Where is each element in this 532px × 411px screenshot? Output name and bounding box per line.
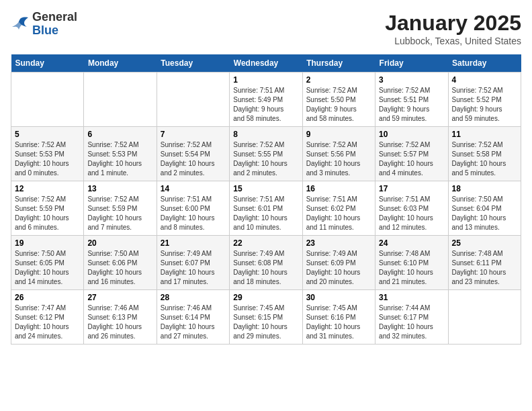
day-info: Sunrise: 7:52 AMSunset: 5:51 PMDaylight:… xyxy=(379,86,444,124)
day-number: 2 xyxy=(306,75,371,85)
logo-icon xyxy=(11,15,30,34)
day-info: Sunrise: 7:52 AMSunset: 5:55 PMDaylight:… xyxy=(233,140,298,178)
calendar-cell: 5Sunrise: 7:52 AMSunset: 5:53 PMDaylight… xyxy=(11,127,84,181)
day-info: Sunrise: 7:52 AMSunset: 5:58 PMDaylight:… xyxy=(452,140,517,178)
day-number: 17 xyxy=(379,184,444,193)
calendar-cell: 13Sunrise: 7:52 AMSunset: 5:59 PMDayligh… xyxy=(84,181,157,236)
day-info: Sunrise: 7:45 AMSunset: 6:16 PMDaylight:… xyxy=(306,304,371,341)
header-row: SundayMondayTuesdayWednesdayThursdayFrid… xyxy=(11,54,521,73)
calendar-cell: 4Sunrise: 7:52 AMSunset: 5:52 PMDaylight… xyxy=(448,73,521,127)
week-row-4: 19Sunrise: 7:50 AMSunset: 6:05 PMDayligh… xyxy=(11,236,521,290)
day-info: Sunrise: 7:47 AMSunset: 6:12 PMDaylight:… xyxy=(15,304,80,341)
day-info: Sunrise: 7:52 AMSunset: 5:59 PMDaylight:… xyxy=(15,195,80,232)
calendar-cell: 3Sunrise: 7:52 AMSunset: 5:51 PMDaylight… xyxy=(375,73,448,127)
day-info: Sunrise: 7:49 AMSunset: 6:08 PMDaylight:… xyxy=(233,249,298,287)
calendar-cell: 15Sunrise: 7:51 AMSunset: 6:01 PMDayligh… xyxy=(230,181,302,236)
day-number: 31 xyxy=(379,293,444,302)
calendar-cell xyxy=(157,73,229,127)
day-number: 28 xyxy=(161,293,226,302)
calendar-cell: 20Sunrise: 7:50 AMSunset: 6:06 PMDayligh… xyxy=(84,236,157,290)
calendar-cell: 9Sunrise: 7:52 AMSunset: 5:56 PMDaylight… xyxy=(302,127,375,181)
day-number: 6 xyxy=(87,130,152,139)
day-info: Sunrise: 7:51 AMSunset: 6:03 PMDaylight:… xyxy=(379,195,444,232)
day-number: 29 xyxy=(233,293,298,302)
calendar-cell xyxy=(84,73,157,127)
calendar-cell: 2Sunrise: 7:52 AMSunset: 5:50 PMDaylight… xyxy=(302,73,375,127)
calendar-cell: 25Sunrise: 7:48 AMSunset: 6:11 PMDayligh… xyxy=(448,236,521,290)
calendar-cell: 24Sunrise: 7:48 AMSunset: 6:10 PMDayligh… xyxy=(375,236,448,290)
day-info: Sunrise: 7:51 AMSunset: 6:02 PMDaylight:… xyxy=(306,195,371,232)
header-tuesday: Tuesday xyxy=(157,54,229,73)
week-row-1: 1Sunrise: 7:51 AMSunset: 5:49 PMDaylight… xyxy=(11,73,521,127)
calendar-cell: 30Sunrise: 7:45 AMSunset: 6:16 PMDayligh… xyxy=(302,290,375,345)
day-info: Sunrise: 7:49 AMSunset: 6:07 PMDaylight:… xyxy=(161,249,226,287)
calendar-cell: 18Sunrise: 7:50 AMSunset: 6:04 PMDayligh… xyxy=(448,181,521,236)
day-number: 24 xyxy=(379,238,444,248)
day-info: Sunrise: 7:52 AMSunset: 5:56 PMDaylight:… xyxy=(306,140,371,178)
day-number: 15 xyxy=(233,184,298,193)
day-number: 9 xyxy=(306,130,371,139)
calendar-cell: 19Sunrise: 7:50 AMSunset: 6:05 PMDayligh… xyxy=(11,236,84,290)
calendar-cell: 11Sunrise: 7:52 AMSunset: 5:58 PMDayligh… xyxy=(448,127,521,181)
day-number: 26 xyxy=(15,293,80,302)
week-row-2: 5Sunrise: 7:52 AMSunset: 5:53 PMDaylight… xyxy=(11,127,521,181)
calendar-cell: 31Sunrise: 7:44 AMSunset: 6:17 PMDayligh… xyxy=(375,290,448,345)
day-number: 4 xyxy=(452,75,517,85)
day-number: 25 xyxy=(452,238,517,248)
day-number: 7 xyxy=(161,130,226,139)
logo-blue-text: Blue xyxy=(32,24,58,37)
day-info: Sunrise: 7:52 AMSunset: 5:50 PMDaylight:… xyxy=(306,86,371,124)
calendar-cell: 23Sunrise: 7:49 AMSunset: 6:09 PMDayligh… xyxy=(302,236,375,290)
month-title: January 2025 xyxy=(385,11,521,36)
day-number: 30 xyxy=(306,293,371,302)
calendar-cell: 26Sunrise: 7:47 AMSunset: 6:12 PMDayligh… xyxy=(11,290,84,345)
calendar-cell: 6Sunrise: 7:52 AMSunset: 5:53 PMDaylight… xyxy=(84,127,157,181)
day-number: 22 xyxy=(233,238,298,248)
day-number: 11 xyxy=(452,130,517,139)
page-header: General Blue January 2025 Lubbock, Texas… xyxy=(11,11,521,46)
day-info: Sunrise: 7:52 AMSunset: 5:57 PMDaylight:… xyxy=(379,140,444,178)
day-number: 19 xyxy=(15,238,80,248)
day-info: Sunrise: 7:48 AMSunset: 6:10 PMDaylight:… xyxy=(379,249,444,287)
day-info: Sunrise: 7:52 AMSunset: 5:52 PMDaylight:… xyxy=(452,86,517,124)
day-info: Sunrise: 7:46 AMSunset: 6:13 PMDaylight:… xyxy=(87,304,152,341)
calendar-cell xyxy=(11,73,84,127)
day-info: Sunrise: 7:51 AMSunset: 6:00 PMDaylight:… xyxy=(161,195,226,232)
calendar-cell: 7Sunrise: 7:52 AMSunset: 5:54 PMDaylight… xyxy=(157,127,229,181)
calendar-cell xyxy=(448,290,521,345)
day-info: Sunrise: 7:50 AMSunset: 6:04 PMDaylight:… xyxy=(452,195,517,232)
day-number: 16 xyxy=(306,184,371,193)
day-info: Sunrise: 7:44 AMSunset: 6:17 PMDaylight:… xyxy=(379,304,444,341)
logo: General Blue xyxy=(11,11,77,38)
day-info: Sunrise: 7:52 AMSunset: 5:53 PMDaylight:… xyxy=(15,140,80,178)
day-info: Sunrise: 7:52 AMSunset: 5:54 PMDaylight:… xyxy=(161,140,226,178)
day-info: Sunrise: 7:50 AMSunset: 6:05 PMDaylight:… xyxy=(15,249,80,287)
location: Lubbock, Texas, United States xyxy=(385,36,521,46)
day-number: 10 xyxy=(379,130,444,139)
calendar-cell: 10Sunrise: 7:52 AMSunset: 5:57 PMDayligh… xyxy=(375,127,448,181)
day-number: 23 xyxy=(306,238,371,248)
calendar-cell: 1Sunrise: 7:51 AMSunset: 5:49 PMDaylight… xyxy=(230,73,302,127)
title-block: January 2025 Lubbock, Texas, United Stat… xyxy=(385,11,521,46)
day-info: Sunrise: 7:46 AMSunset: 6:14 PMDaylight:… xyxy=(161,304,226,341)
calendar-cell: 12Sunrise: 7:52 AMSunset: 5:59 PMDayligh… xyxy=(11,181,84,236)
header-wednesday: Wednesday xyxy=(230,54,302,73)
calendar-cell: 27Sunrise: 7:46 AMSunset: 6:13 PMDayligh… xyxy=(84,290,157,345)
header-monday: Monday xyxy=(84,54,157,73)
day-number: 8 xyxy=(233,130,298,139)
week-row-3: 12Sunrise: 7:52 AMSunset: 5:59 PMDayligh… xyxy=(11,181,521,236)
calendar-cell: 21Sunrise: 7:49 AMSunset: 6:07 PMDayligh… xyxy=(157,236,229,290)
day-info: Sunrise: 7:51 AMSunset: 6:01 PMDaylight:… xyxy=(233,195,298,232)
day-number: 27 xyxy=(87,293,152,302)
calendar-cell: 28Sunrise: 7:46 AMSunset: 6:14 PMDayligh… xyxy=(157,290,229,345)
day-info: Sunrise: 7:50 AMSunset: 6:06 PMDaylight:… xyxy=(87,249,152,287)
day-info: Sunrise: 7:52 AMSunset: 5:53 PMDaylight:… xyxy=(87,140,152,178)
header-sunday: Sunday xyxy=(11,54,84,73)
calendar-cell: 16Sunrise: 7:51 AMSunset: 6:02 PMDayligh… xyxy=(302,181,375,236)
calendar-cell: 17Sunrise: 7:51 AMSunset: 6:03 PMDayligh… xyxy=(375,181,448,236)
calendar-cell: 8Sunrise: 7:52 AMSunset: 5:55 PMDaylight… xyxy=(230,127,302,181)
day-info: Sunrise: 7:48 AMSunset: 6:11 PMDaylight:… xyxy=(452,249,517,287)
calendar-cell: 29Sunrise: 7:45 AMSunset: 6:15 PMDayligh… xyxy=(230,290,302,345)
calendar-cell: 22Sunrise: 7:49 AMSunset: 6:08 PMDayligh… xyxy=(230,236,302,290)
calendar-table: SundayMondayTuesdayWednesdayThursdayFrid… xyxy=(11,54,521,345)
